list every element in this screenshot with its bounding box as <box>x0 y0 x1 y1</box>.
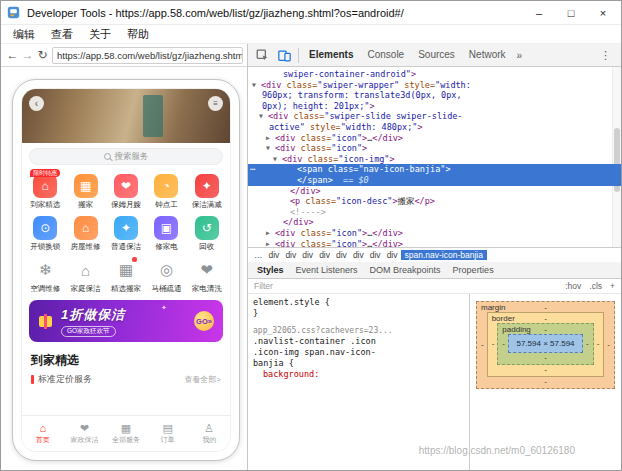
title-bar[interactable]: Developer Tools - https://app.58.com/web… <box>1 1 621 25</box>
breadcrumb-item-selected[interactable]: span.nav-icon-banjia <box>401 250 487 260</box>
more-actions-icon[interactable]: … <box>250 162 255 173</box>
tree-line[interactable]: active" style="width: 480px;"> <box>248 122 621 133</box>
promo-banner[interactable]: 1折做保洁 GO家政狂欢节 ✦ GO» <box>29 300 223 342</box>
css-selector[interactable]: .navlist-container .icon <box>253 336 464 347</box>
grid-item[interactable]: ⊙开锁换锁 <box>25 211 65 253</box>
css-property[interactable]: background: <box>253 369 464 380</box>
breadcrumb-item[interactable]: div <box>299 250 316 260</box>
tab-item[interactable]: ▦全部服务 <box>105 422 147 445</box>
tree-line[interactable]: </span> == $0 <box>248 175 621 186</box>
view-all-link[interactable]: 查看全部> <box>184 374 221 385</box>
css-selector[interactable]: element.style { <box>253 297 464 308</box>
breadcrumb-item[interactable]: div <box>333 250 350 260</box>
tree-line[interactable]: ▶<div class="icon">…</div> <box>248 239 621 247</box>
devtools-tab-network[interactable]: Network <box>462 44 513 66</box>
filter-option[interactable]: + <box>610 281 615 291</box>
tree-line[interactable]: ▶<div class="icon">…</div> <box>248 228 621 239</box>
breadcrumb-item[interactable]: div <box>350 250 367 260</box>
box-model-padding[interactable]: padding - - 57.594 × 57.594 - <box>497 323 593 365</box>
address-bar[interactable]: https://app.58.com/web/list/gz/jiazheng.… <box>52 47 243 64</box>
breadcrumb-item[interactable]: div <box>367 250 384 260</box>
breadcrumb-item[interactable]: div <box>282 250 299 260</box>
tab-item[interactable]: ❤家政保洁 <box>64 422 106 445</box>
tree-line[interactable]: …<span class="nav-icon-banjia"> <box>248 164 621 175</box>
grid-item[interactable]: ⌂家庭保洁 <box>65 253 105 295</box>
grid-item[interactable]: ↺回收 <box>187 211 227 253</box>
tree-line[interactable]: ▼<div class="swiper-wrapper" style="widt… <box>248 80 621 91</box>
search-bar[interactable]: 搜索服务 <box>29 148 223 165</box>
device-toolbar-icon[interactable] <box>273 46 295 65</box>
forward-icon[interactable]: → <box>20 48 35 62</box>
minimize-button[interactable]: – <box>523 2 555 24</box>
grid-item[interactable]: ▦精选搬家 <box>106 253 146 295</box>
filter-option[interactable]: :hov <box>565 281 581 291</box>
grid-item[interactable]: ❄空调维修 <box>25 253 65 295</box>
tree-line[interactable]: 960px; transform: translate3d(0px, 0px, <box>248 90 621 101</box>
menu-item[interactable]: 帮助 <box>119 27 157 42</box>
padding-left-value[interactable]: - <box>502 339 505 348</box>
styles-tab-event-listeners[interactable]: Event Listeners <box>290 265 364 275</box>
grid-item[interactable]: 限时特惠⌂到家精选 <box>25 169 65 211</box>
breadcrumb-item[interactable]: div <box>266 250 283 260</box>
filter-input[interactable]: Filter <box>254 281 557 291</box>
grid-item[interactable]: ▦搬家 <box>65 169 105 211</box>
menu-item[interactable]: 关于 <box>81 27 119 42</box>
collapsed-arrow-icon[interactable]: ▶ <box>266 133 275 144</box>
breadcrumb-item[interactable]: … <box>251 250 266 260</box>
styles-tab-dom-breakpoints[interactable]: DOM Breakpoints <box>364 265 447 275</box>
devtools-tab-sources[interactable]: Sources <box>411 44 462 66</box>
margin-right-value[interactable]: - <box>607 340 610 349</box>
collapsed-arrow-icon[interactable]: ▶ <box>266 239 275 247</box>
tree-line[interactable]: ▼<div class="swiper-slide swiper-slide- <box>248 111 621 122</box>
border-bottom-value[interactable]: - <box>544 365 547 374</box>
more-menu-icon[interactable]: ⋮ <box>593 49 618 62</box>
tree-line[interactable]: </div> <box>248 217 621 228</box>
tree-line[interactable]: <p class="icon-desc">搬家</p> <box>248 196 621 207</box>
expanded-arrow-icon[interactable]: ▼ <box>266 143 275 154</box>
stylesheet-link[interactable]: app_32065.css?cachevers=23... <box>253 325 464 336</box>
grid-item[interactable]: ◎马桶疏通 <box>146 253 186 295</box>
banner-go-button[interactable]: GO» <box>194 311 214 331</box>
filter-option[interactable]: .cls <box>589 281 602 291</box>
inspect-icon[interactable] <box>251 46 273 65</box>
expanded-arrow-icon[interactable]: ▼ <box>259 111 268 122</box>
header-action-icon[interactable]: ≡ <box>208 96 223 111</box>
devtools-tab-console[interactable]: Console <box>360 44 411 66</box>
devtools-tab-elements[interactable]: Elements <box>302 44 360 66</box>
padding-bottom-value[interactable]: - <box>544 353 547 362</box>
tree-line[interactable]: </div> <box>248 186 621 197</box>
grid-item[interactable]: ◔钟点工 <box>146 169 186 211</box>
grid-item[interactable]: ▣修家电 <box>146 211 186 253</box>
collapsed-arrow-icon[interactable]: ▶ <box>266 228 275 239</box>
menu-item[interactable]: 查看 <box>43 27 81 42</box>
border-right-value[interactable]: - <box>597 339 600 348</box>
grid-item[interactable]: ❤保姆月嫂 <box>106 169 146 211</box>
tree-line[interactable]: 0px); height: 201px;"> <box>248 101 621 112</box>
grid-item[interactable]: ✦普通保洁 <box>106 211 146 253</box>
expanded-arrow-icon[interactable]: ▼ <box>273 154 282 165</box>
border-left-value[interactable]: - <box>492 339 495 348</box>
grid-item[interactable]: ⌂房屋维修 <box>65 211 105 253</box>
tree-line[interactable]: swiper-container-android"> <box>248 69 621 80</box>
grid-item[interactable]: ✦保洁满减 <box>187 169 227 211</box>
styles-tab-properties[interactable]: Properties <box>447 265 500 275</box>
css-selector[interactable]: banjia { <box>253 358 464 369</box>
maximize-button[interactable]: □ <box>555 2 587 24</box>
reload-icon[interactable]: ↻ <box>35 48 50 62</box>
expanded-arrow-icon[interactable]: ▼ <box>252 80 261 91</box>
back-circle-icon[interactable]: ‹ <box>29 96 44 111</box>
box-model-margin[interactable]: margin - - border - - <box>476 301 615 389</box>
padding-right-value[interactable]: - <box>586 339 589 348</box>
close-button[interactable]: × <box>587 2 619 24</box>
tree-line[interactable]: <!----> <box>248 207 621 218</box>
tree-line[interactable]: ▶<div class="icon">…</div> <box>248 133 621 144</box>
css-selector[interactable]: } <box>253 308 464 319</box>
tab-item[interactable]: ⌂首页 <box>22 422 64 445</box>
menu-item[interactable]: 编辑 <box>5 27 43 42</box>
tree-line[interactable]: ▼<div class="icon"> <box>248 143 621 154</box>
grid-item[interactable]: ❤家电清洗 <box>187 253 227 295</box>
tabs-overflow-icon[interactable]: » <box>513 50 527 61</box>
box-model-border[interactable]: border - - padding - <box>487 312 605 377</box>
styles-tab-styles[interactable]: Styles <box>251 265 290 275</box>
margin-bottom-value[interactable]: - <box>544 377 547 386</box>
